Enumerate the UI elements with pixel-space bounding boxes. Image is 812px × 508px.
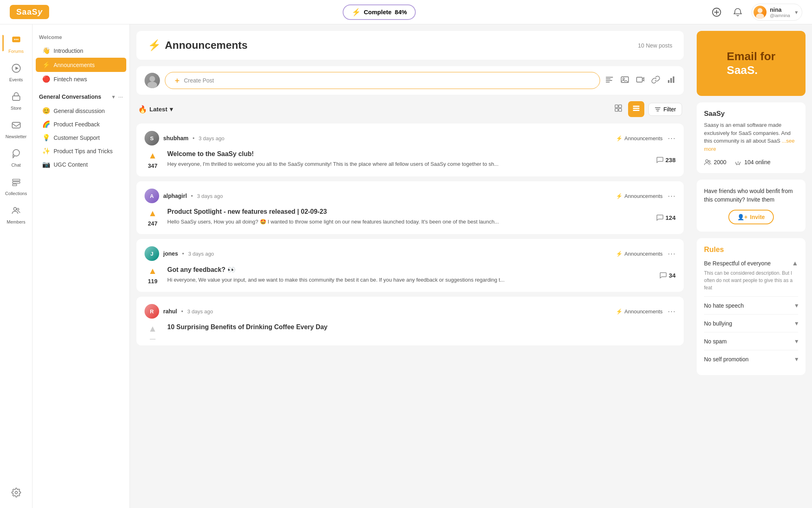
new-posts-badge: 10 New posts [638, 42, 672, 49]
category-bolt-4: ⚡ [616, 308, 622, 315]
plus-icon: ＋ [173, 76, 181, 85]
introduction-emoji: 👋 [42, 47, 50, 54]
vote-up-1[interactable]: ▲ [148, 150, 157, 161]
sidebar-item-members[interactable]: Members [2, 202, 30, 228]
community-desc: Saasy is an email software made exclusiv… [704, 121, 798, 153]
rule-2-name: No hate speech [704, 302, 744, 309]
latest-button[interactable]: 🔥 Latest ▾ [138, 105, 173, 114]
customer-support-label: Customer Support [54, 135, 100, 141]
rule-2-header[interactable]: No hate speech ▾ [704, 302, 798, 309]
comment-count-3: 34 [669, 272, 676, 279]
post-title-4[interactable]: 10 Surprising Benefits of Drinking Coffe… [167, 323, 676, 331]
post-card-1: S shubham • 3 days ago ⚡ Announcements ⋯… [136, 124, 684, 176]
rule-1-name: Be Respectful of everyone [704, 260, 771, 267]
rule-3-header[interactable]: No bullying ▾ [704, 319, 798, 327]
post-more-2[interactable]: ⋯ [667, 191, 676, 201]
post-comments-2[interactable]: 124 [656, 214, 676, 221]
post-content-1: Welcome to the SaaSy club! Hey everyone,… [167, 150, 650, 168]
post-avatar-3: J [145, 246, 159, 261]
sidebar-item-collections[interactable]: Collections [2, 173, 30, 200]
sidebar-item-forums[interactable]: Forums [2, 31, 30, 58]
sidebar-link-announcements[interactable]: ⚡ Announcements [36, 58, 126, 72]
more-icon[interactable]: ··· [118, 93, 123, 100]
link-icon[interactable] [651, 75, 660, 86]
grid-view-button[interactable] [610, 101, 626, 117]
create-post-input[interactable]: ＋ Create Post [165, 72, 600, 89]
image-icon[interactable] [620, 75, 629, 86]
invite-label: Invite [750, 214, 765, 220]
create-post-bar: ＋ Create Post [136, 66, 684, 95]
post-avatar-4: R [145, 304, 159, 319]
sidebar-sub-product-feedback[interactable]: 🌈 Product Feedback [32, 117, 130, 131]
post-card-3: J jones • 3 days ago ⚡ Announcements ⋯ ▲… [136, 239, 684, 292]
rule-5-header[interactable]: No self promotion ▾ [704, 355, 798, 363]
rule-1-header[interactable]: Be Respectful of everyone ▲ [704, 260, 798, 267]
vote-count-4: — [150, 336, 155, 342]
svg-point-19 [147, 82, 157, 88]
general-conversations-group[interactable]: General Conversations ▾ ··· [32, 89, 130, 104]
post-more-1[interactable]: ⋯ [667, 133, 676, 143]
sidebar-link-introduction[interactable]: 👋 Introduction [36, 43, 126, 58]
vote-section-3: ▲ 119 [145, 266, 161, 284]
post-category-3: ⚡ Announcements [616, 251, 663, 257]
post-avatar-1: S [145, 131, 159, 145]
ad-line2: SaaS. [727, 64, 758, 76]
online-count: 104 online [744, 159, 771, 165]
logo[interactable]: SaaSy [10, 5, 49, 19]
svg-point-6 [17, 39, 18, 40]
vote-up-3[interactable]: ▲ [148, 266, 157, 276]
topnav: SaaSy ⚡ Complete 84% nina @iamnina ▾ [0, 0, 812, 24]
sidebar-item-chat[interactable]: Chat [2, 145, 30, 172]
members-icon [11, 206, 21, 218]
chevron-up-icon: ▲ [792, 260, 798, 267]
post-text-2: Hello SaaSy users, How you all doing? 🤩 … [167, 218, 650, 226]
chart-icon[interactable] [667, 75, 676, 86]
sidebar-sub-customer-support[interactable]: 💡 Customer Support [32, 131, 130, 144]
post-header-1: S shubham • 3 days ago ⚡ Announcements ⋯ [145, 131, 676, 145]
video-icon[interactable] [636, 75, 645, 86]
rule-5: No self promotion ▾ [704, 350, 798, 368]
post-text-1: Hey everyone, I'm thrilled to welcome yo… [167, 160, 650, 168]
user-pill[interactable]: nina @iamnina ▾ [752, 4, 802, 21]
text-format-icon[interactable] [605, 75, 614, 86]
invite-person-icon: 👤+ [737, 214, 747, 220]
svg-rect-23 [668, 80, 669, 83]
post-title-1[interactable]: Welcome to the SaaSy club! [167, 150, 650, 158]
post-time-4: 3 days ago [187, 308, 213, 315]
customer-support-emoji: 💡 [42, 134, 50, 141]
vote-count-3: 119 [148, 278, 157, 284]
create-post-actions [605, 75, 676, 86]
sidebar-item-events[interactable]: Events [2, 59, 30, 86]
sidebar-sub-ugc-content[interactable]: 📷 UGC Content [32, 158, 130, 171]
list-view-button[interactable] [628, 101, 644, 117]
sidebar-sub-general-discussion[interactable]: 😊 General disscussion [32, 104, 130, 117]
fintech-emoji: 🔴 [42, 75, 50, 83]
svg-rect-13 [13, 182, 20, 183]
vote-up-2[interactable]: ▲ [148, 208, 157, 219]
post-comments-1[interactable]: 238 [656, 156, 676, 163]
sidebar-link-fintech[interactable]: 🔴 Fintech news [36, 72, 126, 86]
vote-up-4[interactable]: ▲ [148, 323, 157, 334]
bell-button[interactable] [730, 5, 745, 20]
invite-button[interactable]: 👤+ Invite [728, 210, 774, 224]
sidebar-item-store[interactable]: Store [2, 88, 30, 115]
post-more-4[interactable]: ⋯ [667, 306, 676, 316]
post-title-2[interactable]: Product Spotlight - new features release… [167, 208, 650, 215]
post-more-3[interactable]: ⋯ [667, 249, 676, 258]
complete-button[interactable]: ⚡ Complete 84% [343, 4, 416, 20]
welcome-label: Welcome [32, 31, 130, 43]
post-meta-right-4: ⚡ Announcements ⋯ [616, 306, 676, 316]
sidebar-item-newsletter[interactable]: Newsletter [2, 116, 30, 143]
post-body-2: ▲ 247 Product Spotlight - new features r… [145, 208, 676, 227]
comment-count-2: 124 [665, 214, 676, 221]
add-button[interactable] [709, 5, 724, 20]
post-header-2: A alphagirl • 3 days ago ⚡ Announcements… [145, 189, 676, 203]
post-comments-3[interactable]: 34 [659, 271, 676, 279]
sidebar-sub-tips-tricks[interactable]: ✨ Product Tips and Tricks [32, 144, 130, 158]
chat-label: Chat [11, 163, 21, 167]
sidebar-item-settings[interactable] [8, 484, 24, 501]
post-title-3[interactable]: Got any feedback? 👀 [167, 266, 653, 274]
filter-button[interactable]: Filter [648, 103, 682, 116]
collections-label: Collections [5, 191, 27, 196]
rule-4-header[interactable]: No spam ▾ [704, 337, 798, 345]
